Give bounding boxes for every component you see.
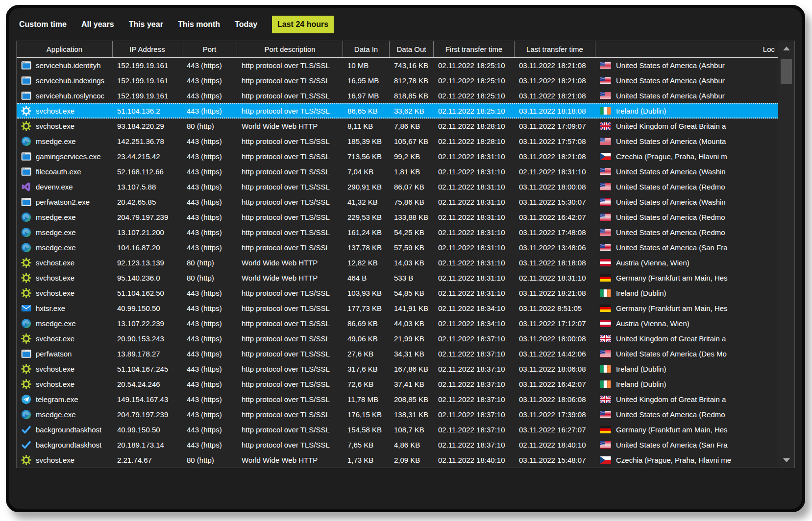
application-name: svchost.exe bbox=[36, 122, 74, 130]
scrollbar-up-button[interactable] bbox=[778, 42, 794, 55]
table-row[interactable]: msedge.exe142.251.36.78443 (https)http p… bbox=[17, 134, 778, 149]
cell-data-out: 1,81 KB bbox=[390, 164, 434, 179]
cell-data-out: 33,62 KB bbox=[390, 104, 434, 118]
cell-location: United States of America (Washin bbox=[595, 164, 778, 179]
cell-data-out: 108,7 KB bbox=[390, 422, 434, 437]
cell-port: 443 (https) bbox=[182, 285, 237, 301]
column-header-port[interactable]: Port bbox=[182, 41, 237, 57]
gear-icon bbox=[21, 455, 31, 465]
tab-last-24-hours[interactable]: Last 24 hours bbox=[272, 16, 334, 33]
table-row[interactable]: perfwatson13.89.178.27443 (https)http pr… bbox=[17, 346, 778, 361]
cell-data-out: 133,88 KB bbox=[390, 210, 434, 225]
table-row[interactable]: perfwatson2.exe20.42.65.85443 (https)htt… bbox=[17, 194, 778, 210]
cell-data-out: 21,99 KB bbox=[390, 331, 434, 346]
cell-port: 443 (https) bbox=[182, 422, 237, 437]
table-row[interactable]: filecoauth.exe52.168.112.66443 (https)ht… bbox=[17, 164, 778, 179]
cell-ip-address: 142.251.36.78 bbox=[113, 134, 182, 149]
table-row[interactable]: backgroundtaskhost20.189.173.14443 (http… bbox=[17, 437, 778, 452]
cell-ip-address: 13.107.22.239 bbox=[113, 316, 182, 331]
location-name: United States of America (Des Mo bbox=[616, 350, 727, 358]
tab-this-month[interactable]: This month bbox=[178, 20, 220, 29]
table-header: ApplicationIP AddressPortPort descriptio… bbox=[17, 41, 778, 58]
cell-ip-address: 152.199.19.161 bbox=[113, 73, 182, 88]
cell-application: msedge.exe bbox=[17, 225, 113, 240]
tab-today[interactable]: Today bbox=[235, 20, 257, 29]
cell-last-transfer-time: 03.11.2022 13:48:06 bbox=[515, 240, 595, 255]
table-row[interactable]: msedge.exe13.107.21.200443 (https)http p… bbox=[17, 225, 778, 240]
cell-last-transfer-time: 03.11.2022 18:21:08 bbox=[515, 149, 595, 164]
table-row[interactable]: msedge.exe204.79.197.239443 (https)http … bbox=[17, 210, 778, 225]
table-row[interactable]: gamingservices.exe23.44.215.42443 (https… bbox=[17, 149, 778, 164]
flag-icon-de bbox=[600, 426, 611, 433]
checkmark-icon bbox=[21, 425, 31, 435]
cell-last-transfer-time: 03.11.2022 18:21:08 bbox=[515, 58, 595, 73]
tab-bar: Custom timeAll yearsThis yearThis monthT… bbox=[16, 14, 795, 35]
application-name: svchost.exe bbox=[36, 274, 74, 282]
column-header-last-transfer-time[interactable]: Last transfer time bbox=[515, 41, 595, 57]
table-row[interactable]: svchost.exe51.104.136.2443 (https)http p… bbox=[17, 103, 778, 118]
cell-location: United Kingdom of Great Britain a bbox=[595, 392, 778, 407]
column-header-port-description[interactable]: Port description bbox=[237, 41, 343, 57]
table-row[interactable]: svchost.exe20.54.24.246443 (https)http p… bbox=[17, 377, 778, 392]
gear-icon bbox=[21, 106, 31, 116]
cell-first-transfer-time: 02.11.2022 18:31:10 bbox=[434, 255, 515, 270]
cell-data-out: 105,67 KB bbox=[390, 134, 434, 149]
application-name: servicehub.identityh bbox=[36, 61, 101, 70]
flag-icon-ie bbox=[600, 365, 611, 373]
cell-last-transfer-time: 03.11.2022 18:00:08 bbox=[515, 179, 595, 194]
cell-data-out: 167,86 KB bbox=[390, 361, 434, 377]
scrollbar-thumb[interactable] bbox=[781, 59, 792, 84]
table-row[interactable]: devenv.exe13.107.5.88443 (https)http pro… bbox=[17, 179, 778, 194]
table-row[interactable]: svchost.exe20.90.153.243443 (https)http … bbox=[17, 331, 778, 346]
cell-port-description: http protocol over TLS/SSL bbox=[237, 437, 343, 452]
vertical-scrollbar[interactable] bbox=[778, 41, 794, 468]
cell-application: svchost.exe bbox=[17, 285, 113, 301]
cell-last-transfer-time: 03.11.2022 15:48:07 bbox=[515, 452, 595, 468]
cell-port: 443 (https) bbox=[182, 407, 237, 422]
tab-custom-time[interactable]: Custom time bbox=[19, 20, 67, 29]
cell-location: United States of America (Redmo bbox=[595, 225, 778, 240]
window-icon bbox=[21, 60, 31, 71]
cell-first-transfer-time: 02.11.2022 18:31:10 bbox=[434, 149, 515, 164]
table-row[interactable]: hxtsr.exe40.99.150.50443 (https)http pro… bbox=[17, 301, 778, 316]
column-header-data-out[interactable]: Data Out bbox=[390, 41, 434, 57]
cell-ip-address: 20.54.24.246 bbox=[113, 377, 182, 392]
column-header-application[interactable]: Application bbox=[17, 41, 113, 57]
table-row[interactable]: svchost.exe51.104.167.245443 (https)http… bbox=[17, 361, 778, 377]
table-row[interactable]: msedge.exe104.16.87.20443 (https)http pr… bbox=[17, 240, 778, 255]
cell-data-in: 11,78 MB bbox=[343, 392, 390, 407]
tab-all-years[interactable]: All years bbox=[81, 20, 114, 29]
cell-application: backgroundtaskhost bbox=[17, 422, 113, 437]
flag-icon-gb bbox=[600, 335, 611, 342]
table-row[interactable]: svchost.exe93.184.220.2980 (http)World W… bbox=[17, 118, 778, 134]
edge-icon bbox=[21, 242, 31, 253]
window-icon bbox=[21, 75, 31, 86]
application-name: backgroundtaskhost bbox=[36, 441, 101, 449]
column-header-loc[interactable]: Loc bbox=[595, 41, 778, 57]
cell-port: 443 (https) bbox=[182, 164, 237, 179]
cell-data-out: 743,16 KB bbox=[390, 58, 434, 73]
table-row[interactable]: backgroundtaskhost40.99.150.50443 (https… bbox=[17, 422, 778, 437]
column-header-first-transfer-time[interactable]: First transfer time bbox=[434, 41, 515, 57]
table-row[interactable]: servicehub.roslyncoc152.199.19.161443 (h… bbox=[17, 88, 778, 103]
table-row[interactable]: svchost.exe95.140.236.080 (http)World Wi… bbox=[17, 270, 778, 285]
table-row[interactable]: telegram.exe149.154.167.43443 (https)htt… bbox=[17, 392, 778, 407]
cell-location: United States of America (San Fra bbox=[595, 437, 778, 452]
cell-application: svchost.exe bbox=[17, 270, 113, 285]
location-name: United States of America (Redmo bbox=[616, 183, 725, 191]
table-row[interactable]: msedge.exe204.79.197.239443 (https)http … bbox=[17, 407, 778, 422]
cell-application: svchost.exe bbox=[17, 331, 113, 346]
scrollbar-down-button[interactable] bbox=[778, 454, 794, 467]
table-row[interactable]: servicehub.identityh152.199.19.161443 (h… bbox=[17, 58, 778, 73]
table-row[interactable]: svchost.exe51.104.162.50443 (https)http … bbox=[17, 285, 778, 301]
column-header-data-in[interactable]: Data In bbox=[343, 41, 390, 57]
column-header-ip-address[interactable]: IP Address bbox=[113, 41, 182, 57]
tab-this-year[interactable]: This year bbox=[129, 20, 163, 29]
cell-application: svchost.exe bbox=[17, 452, 113, 468]
gear-icon bbox=[21, 273, 31, 283]
table-row[interactable]: svchost.exe92.123.13.13980 (http)World W… bbox=[17, 255, 778, 270]
cell-last-transfer-time: 03.11.2022 18:18:08 bbox=[515, 255, 595, 270]
table-row[interactable]: msedge.exe13.107.22.239443 (https)http p… bbox=[17, 316, 778, 331]
table-row[interactable]: servicehub.indexings152.199.19.161443 (h… bbox=[17, 73, 778, 88]
table-row[interactable]: svchost.exe2.21.74.6780 (http)World Wide… bbox=[17, 452, 778, 468]
